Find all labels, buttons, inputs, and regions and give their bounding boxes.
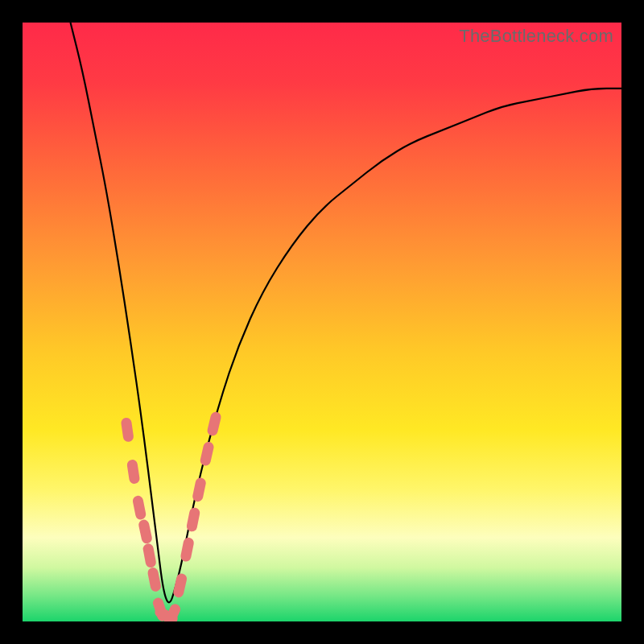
background-gradient <box>23 23 621 621</box>
plot-area: TheBottleneck.com <box>23 23 621 621</box>
plot-svg <box>23 23 621 621</box>
watermark-text: TheBottleneck.com <box>459 26 613 47</box>
chart-frame: TheBottleneck.com <box>0 0 644 644</box>
